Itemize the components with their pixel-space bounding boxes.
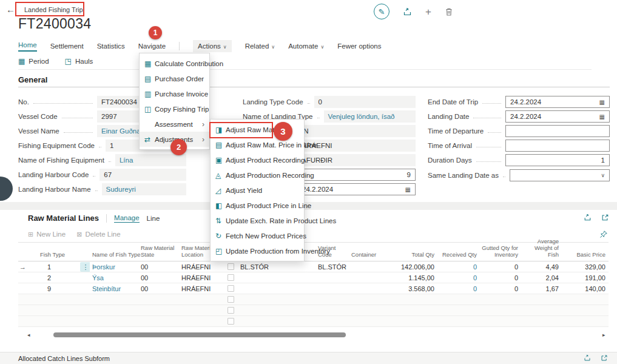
cell-fish-type[interactable]: 1 [29, 263, 78, 271]
tab-settlement[interactable]: Settlement [50, 42, 84, 50]
table-row-selected[interactable]: → 1 ⋮ Þorskur 00 HRÁEFNI BL.STÓR BL.STÓR… [18, 261, 609, 272]
submenu-item-adjust-production-recording[interactable]: ◬Adjust Production Recording [211, 167, 304, 183]
tab-home[interactable]: Home [18, 41, 37, 52]
cell-name-of-fish-type[interactable]: Steinbítur [90, 285, 138, 292]
submenu-item-update-exch-rate[interactable]: ⇅Update Exch. Rate in Product Lines [211, 213, 304, 228]
tab-related[interactable]: Related∨ [245, 42, 275, 50]
scrollbar-thumb[interactable] [53, 332, 346, 337]
submenu-item-update-production-from-inventory[interactable]: ◰Update Production from Inventory [211, 243, 304, 258]
col-total-qty[interactable]: Total Qty [388, 252, 437, 261]
middle-date-input[interactable]: 24.2.2024▦ [297, 183, 416, 195]
cell-unsorted-checkbox[interactable] [223, 274, 238, 281]
cell-gutted-qty[interactable]: 0 [479, 274, 521, 281]
col-basic-price[interactable]: Basic Price [561, 252, 608, 261]
middle-field-in[interactable]: IN [297, 125, 416, 137]
tab-fewer-options[interactable]: Fewer options [337, 42, 381, 50]
submenu-item-fetch-new-product-prices[interactable]: ↻Fetch New Product Prices [211, 228, 304, 243]
col-raw-material-state[interactable]: Raw Material State [138, 245, 179, 261]
cell-raw-material-state[interactable]: 00 [138, 285, 179, 292]
calendar-icon[interactable]: ▦ [405, 186, 411, 193]
menu-item-copy-fishing-trip[interactable]: ◫Copy Fishing Trip [140, 101, 209, 116]
cell-total-qty[interactable]: 3.568,00 [388, 285, 437, 292]
cell-name-of-fish-type[interactable]: Ýsa [90, 274, 138, 281]
middle-field-afurdir[interactable]: AFURÐIR [297, 154, 416, 166]
hauls-button[interactable]: ◳ Hauls [65, 57, 93, 66]
cell-raw-material-state[interactable]: 00 [138, 263, 179, 271]
table-row-empty[interactable] [18, 305, 609, 316]
time-of-arrival-input[interactable] [505, 140, 610, 152]
col-gutted-qty-for-inventory[interactable]: Gutted Qty for Inventory [479, 245, 521, 261]
middle-field-number-input[interactable]: 9 [297, 169, 416, 181]
horizontal-scrollbar[interactable]: ◂ ▸ [0, 331, 617, 339]
share-icon[interactable] [584, 354, 591, 362]
cell-received-qty[interactable]: 0 [437, 274, 479, 281]
cell-average-weight[interactable]: 1,67 [521, 285, 561, 292]
back-arrow-icon[interactable]: ← [6, 4, 15, 15]
tab-line[interactable]: Line [147, 215, 160, 222]
duration-days-input[interactable]: 1 [505, 154, 610, 166]
period-button[interactable]: ▦ Period [18, 57, 49, 66]
cell-gutted-qty[interactable]: 0 [479, 285, 521, 292]
cell-size-grade[interactable]: BL.STÓR [238, 263, 276, 271]
name-of-landing-type-field[interactable]: Venjuleg löndun, ísað [324, 110, 416, 123]
tab-statistics[interactable]: Statistics [97, 42, 125, 50]
cell-unsorted-checkbox[interactable] [223, 307, 238, 314]
tab-manage[interactable]: Manage [114, 214, 140, 223]
table-row[interactable]: 9 Steinbítur 00 HRÁEFNI 3.568,00 0 0 1,6… [18, 283, 609, 294]
delete-line-button[interactable]: ⊠Delete Line [76, 231, 120, 238]
share-icon[interactable] [403, 7, 412, 16]
cell-fish-type[interactable]: 2 [29, 274, 78, 281]
calendar-icon[interactable]: ▦ [599, 113, 605, 120]
cell-raw-material-location[interactable]: HRÁEFNI [179, 263, 223, 271]
cell-total-qty[interactable]: 1.145,00 [388, 274, 437, 281]
name-of-fishing-equipment-field[interactable]: Lína [115, 154, 186, 166]
cell-basic-price[interactable]: 191,00 [561, 274, 608, 281]
end-date-of-trip-input[interactable]: 24.2.2024▦ [505, 96, 610, 108]
submenu-item-adjust-yield[interactable]: ◿Adjust Yield [211, 183, 304, 198]
cell-name-of-fish-type[interactable]: Þorskur [90, 263, 138, 271]
cell-basic-price[interactable]: 329,00 [561, 263, 608, 271]
cell-raw-material-state[interactable]: 00 [138, 274, 179, 281]
cell-fish-type[interactable]: 9 [29, 285, 78, 292]
menu-item-purchase-order[interactable]: ▤Purchase Order [140, 71, 209, 86]
landing-type-code-field[interactable]: 0 [314, 96, 416, 108]
scroll-left-icon[interactable]: ◂ [27, 332, 30, 338]
menu-item-assessment[interactable]: Assessment › [140, 116, 209, 132]
col-fish-type[interactable]: Fish Type [29, 252, 78, 261]
cell-unsorted-checkbox[interactable] [223, 296, 238, 303]
share-icon[interactable] [584, 214, 592, 221]
cell-received-qty[interactable]: 0 [437, 263, 479, 271]
edit-pencil-icon[interactable]: ✎ [374, 4, 389, 19]
submenu-item-adjust-raw-mat-price-in-line[interactable]: ▤Adjust Raw Mat. Price in Line [211, 137, 304, 152]
table-row-empty[interactable] [18, 294, 609, 305]
cell-raw-material-location[interactable]: HRÁEFNI [179, 285, 223, 292]
expand-icon[interactable] [601, 214, 609, 221]
cell-variant-code[interactable]: BL.STÓR [315, 263, 349, 271]
submenu-item-adjust-product-price-in-line[interactable]: ◧Adjust Product Price in Line [211, 198, 304, 213]
scroll-right-icon[interactable]: ▸ [602, 332, 605, 338]
table-row-empty[interactable] [18, 316, 609, 327]
col-container[interactable]: Container [349, 252, 388, 261]
landing-harbour-name-field[interactable]: Sudureyri [102, 183, 186, 195]
tab-actions[interactable]: Actions∨ [193, 40, 232, 52]
calendar-icon[interactable]: ▦ [599, 99, 605, 106]
cell-average-weight[interactable]: 4,49 [521, 263, 561, 271]
general-section-heading[interactable]: General [18, 75, 47, 84]
add-icon[interactable]: + [425, 7, 431, 17]
cell-average-weight[interactable]: 2,04 [521, 274, 561, 281]
menu-item-purchase-invoice[interactable]: ▥Purchase Invoice [140, 86, 209, 101]
pin-icon[interactable] [599, 230, 608, 238]
expand-icon[interactable] [601, 354, 608, 362]
cell-total-qty[interactable]: 142.006,00 [388, 263, 437, 271]
cell-basic-price[interactable]: 140,00 [561, 285, 608, 292]
time-of-departure-input[interactable] [505, 125, 610, 137]
submenu-item-adjust-product-recording[interactable]: ▣Adjust Product Recording [211, 152, 304, 167]
cell-unsorted-checkbox[interactable] [223, 263, 238, 270]
delete-trash-icon[interactable] [445, 7, 453, 16]
col-name-of-fish-type[interactable]: Name of Fish Type [90, 252, 138, 261]
table-row[interactable]: 2 Ýsa 00 HRÁEFNI 1.145,00 0 0 2,04 191,0… [18, 272, 609, 283]
landing-date-input[interactable]: 24.2.2024▦ [505, 110, 610, 123]
tab-automate[interactable]: Automate∨ [288, 42, 324, 50]
new-line-button[interactable]: ⊞New Line [28, 231, 66, 238]
cell-unsorted-checkbox[interactable] [223, 285, 238, 292]
